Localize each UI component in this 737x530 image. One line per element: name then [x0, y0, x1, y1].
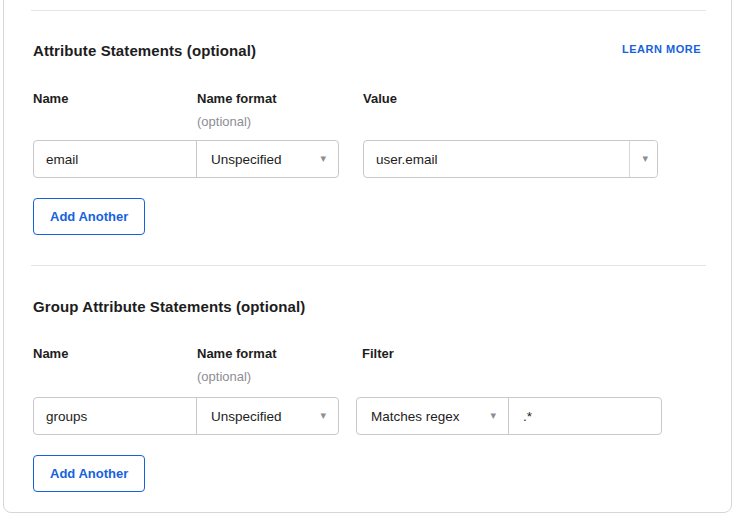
attribute-value-input[interactable] — [364, 141, 629, 177]
attribute-statements-panel: Attribute Statements (optional) LEARN MO… — [0, 0, 737, 530]
chevron-down-icon: ▾ — [320, 410, 326, 421]
column-header-name: Name — [33, 346, 68, 361]
value-expression-dropdown-button[interactable]: ▾ — [629, 141, 657, 177]
attribute-value-group: ▾ — [363, 140, 658, 178]
column-header-name-format-optional: (optional) — [197, 369, 251, 384]
attribute-row-name-format-group: Unspecified ▾ — [33, 140, 339, 178]
column-header-filter: Filter — [362, 346, 394, 361]
column-header-value: Value — [363, 91, 397, 106]
name-format-selected-value: Unspecified — [211, 152, 282, 167]
name-format-select[interactable]: Unspecified ▾ — [197, 141, 338, 177]
group-name-format-select[interactable]: Unspecified ▾ — [197, 398, 338, 434]
column-header-name-format-optional: (optional) — [197, 114, 251, 129]
group-attribute-row-name-format-group: Unspecified ▾ — [33, 397, 339, 435]
section-divider-middle — [31, 265, 706, 266]
learn-more-link[interactable]: LEARN MORE — [622, 43, 701, 55]
attribute-name-input[interactable] — [34, 141, 196, 177]
filter-value-input[interactable] — [509, 398, 661, 434]
chevron-down-icon: ▾ — [642, 153, 648, 164]
attribute-statements-title: Attribute Statements (optional) — [33, 42, 256, 59]
group-attribute-statements-title: Group Attribute Statements (optional) — [33, 298, 305, 315]
settings-card — [3, 0, 732, 513]
add-another-attribute-button[interactable]: Add Another — [33, 198, 145, 235]
column-header-name: Name — [33, 91, 68, 106]
add-another-group-attribute-button[interactable]: Add Another — [33, 455, 145, 492]
column-header-name-format: Name format — [197, 91, 276, 106]
group-name-format-selected-value: Unspecified — [211, 409, 282, 424]
section-divider-top — [31, 10, 706, 11]
chevron-down-icon: ▾ — [490, 410, 496, 421]
group-attribute-name-input[interactable] — [34, 398, 196, 434]
filter-type-selected-value: Matches regex — [371, 409, 460, 424]
chevron-down-icon: ▾ — [320, 153, 326, 164]
filter-type-select[interactable]: Matches regex ▾ — [357, 398, 508, 434]
group-filter-group: Matches regex ▾ — [356, 397, 662, 435]
column-header-name-format: Name format — [197, 346, 276, 361]
